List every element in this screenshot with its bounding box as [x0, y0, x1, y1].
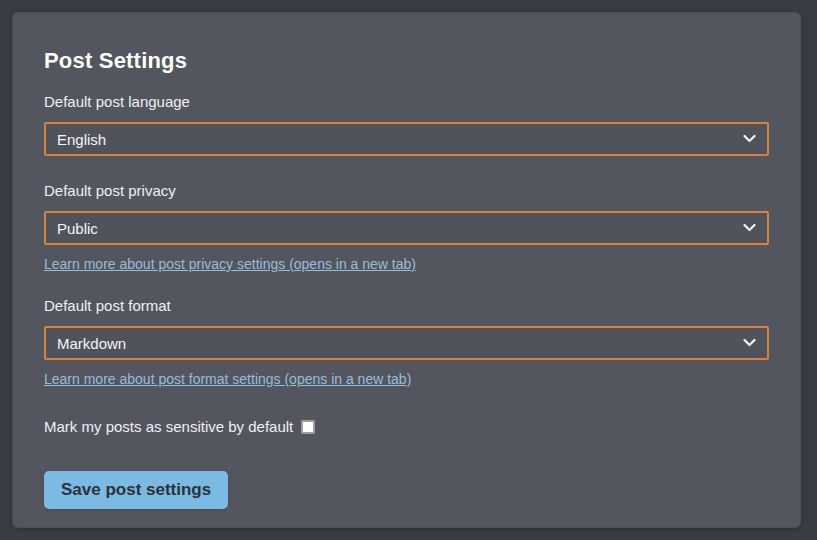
privacy-learn-more-link[interactable]: Learn more about post privacy settings (… [44, 256, 416, 272]
format-select-wrap: Markdown [44, 326, 769, 360]
page-title: Post Settings [44, 48, 769, 74]
language-select-wrap: English [44, 122, 769, 156]
language-label: Default post language [44, 92, 769, 112]
privacy-select[interactable]: Public [44, 211, 769, 245]
privacy-select-wrap: Public [44, 211, 769, 245]
language-select[interactable]: English [44, 122, 769, 156]
format-label: Default post format [44, 296, 769, 316]
save-post-settings-button[interactable]: Save post settings [44, 471, 228, 509]
field-default-post-format: Default post format Markdown Learn more … [44, 296, 769, 388]
format-learn-more-link[interactable]: Learn more about post format settings (o… [44, 371, 411, 387]
privacy-label: Default post privacy [44, 181, 769, 201]
field-default-post-privacy: Default post privacy Public Learn more a… [44, 181, 769, 273]
format-select[interactable]: Markdown [44, 326, 769, 360]
sensitive-label: Mark my posts as sensitive by default [44, 418, 293, 435]
post-settings-panel: Post Settings Default post language Engl… [12, 12, 801, 528]
sensitive-checkbox[interactable] [301, 420, 315, 434]
sensitive-checkbox-row: Mark my posts as sensitive by default [44, 418, 769, 435]
field-default-post-language: Default post language English [44, 92, 769, 156]
